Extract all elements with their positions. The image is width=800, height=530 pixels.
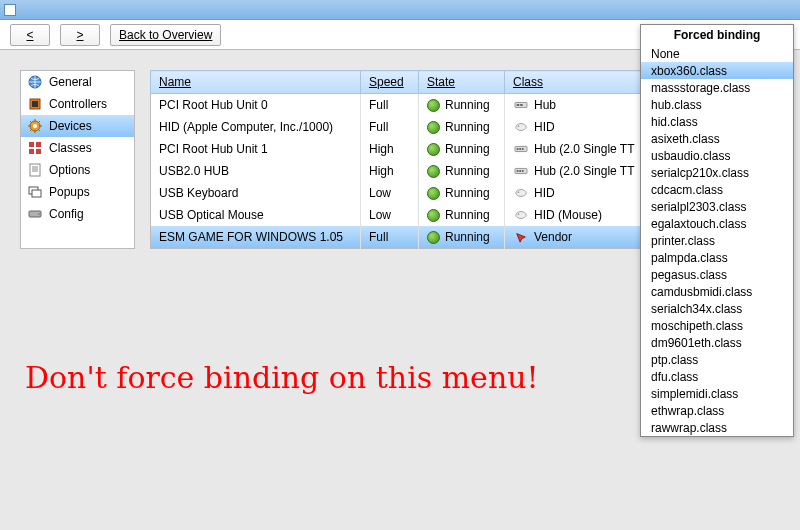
col-speed[interactable]: Speed [361,71,419,94]
popup-item[interactable]: serialcp210x.class [641,164,793,181]
svg-rect-2 [32,101,38,107]
status-dot-icon [427,99,440,112]
svg-rect-11 [32,190,41,197]
sidebar-item-popups[interactable]: Popups [21,181,134,203]
overview-link[interactable]: Back to Overview [110,24,221,46]
popup-item[interactable]: pegasus.class [641,266,793,283]
popup-item[interactable]: rawwrap.class [641,419,793,436]
popup-item[interactable]: egalaxtouch.class [641,215,793,232]
grid-icon [27,140,43,156]
svg-point-29 [516,212,526,219]
svg-rect-6 [36,142,41,147]
popup-item[interactable]: hid.class [641,113,793,130]
popup-item[interactable]: serialch34x.class [641,300,793,317]
popup-item[interactable]: None [641,45,793,62]
vendor-icon [513,231,529,243]
popup-item[interactable]: xbox360.class [641,62,793,79]
popup-item[interactable]: printer.class [641,232,793,249]
col-name[interactable]: Name [151,71,361,94]
sidebar-item-controllers[interactable]: Controllers [21,93,134,115]
status-dot-icon [427,209,440,222]
hub2-icon [513,165,529,177]
svg-rect-26 [522,170,524,172]
popup-item[interactable]: ptp.class [641,351,793,368]
popup-item[interactable]: ethwrap.class [641,402,793,419]
svg-rect-9 [30,164,40,176]
hub-icon [513,99,529,111]
col-state[interactable]: State [419,71,505,94]
popup-title: Forced binding [641,25,793,45]
cell-speed: Full [361,94,419,117]
svg-rect-7 [29,149,34,154]
cell-speed: High [361,160,419,182]
sidebar-item-devices[interactable]: Devices [21,115,134,137]
doc-icon [27,162,43,178]
cell-name: USB2.0 HUB [151,160,361,182]
cell-name: PCI Root Hub Unit 0 [151,94,361,117]
popup-item[interactable]: dm9601eth.class [641,334,793,351]
back-button[interactable]: < [10,24,50,46]
popup-item[interactable]: palmpda.class [641,249,793,266]
sidebar-item-label: Options [49,163,90,177]
svg-rect-20 [517,148,519,150]
warning-text: Don't force binding on this menu! [25,360,539,395]
svg-point-27 [516,190,526,197]
hub2-icon [513,143,529,155]
sidebar-item-label: General [49,75,92,89]
svg-point-30 [518,213,520,215]
popup-item[interactable]: camdusbmidi.class [641,283,793,300]
drive-icon [27,206,43,222]
popup-item[interactable]: dfu.class [641,368,793,385]
cell-state: Running [419,160,505,182]
status-dot-icon [427,165,440,178]
popup-item[interactable]: moschipeth.class [641,317,793,334]
sidebar: GeneralControllersDevicesClassesOptionsP… [20,70,135,249]
sidebar-item-general[interactable]: General [21,71,134,93]
cell-speed: Low [361,182,419,204]
cell-name: ESM GAME FOR WINDOWS 1.05 [151,226,361,249]
svg-rect-5 [29,142,34,147]
popup-item[interactable]: asixeth.class [641,130,793,147]
cell-speed: High [361,138,419,160]
sidebar-item-config[interactable]: Config [21,203,134,225]
cell-state: Running [419,204,505,226]
svg-rect-21 [519,148,521,150]
cell-state: Running [419,182,505,204]
cell-name: USB Keyboard [151,182,361,204]
forward-button[interactable]: > [60,24,100,46]
hid-icon [513,187,529,199]
cell-speed: Full [361,226,419,249]
cell-name: USB Optical Mouse [151,204,361,226]
globe-icon [27,74,43,90]
forced-binding-menu: Forced binding Nonexbox360.classmassstor… [640,24,794,437]
hid-icon [513,121,529,133]
sidebar-item-label: Classes [49,141,92,155]
sidebar-item-label: Devices [49,119,92,133]
sidebar-item-classes[interactable]: Classes [21,137,134,159]
cell-name: PCI Root Hub Unit 1 [151,138,361,160]
popup-item[interactable]: usbaudio.class [641,147,793,164]
cell-state: Running [419,94,505,117]
sidebar-item-options[interactable]: Options [21,159,134,181]
sidebar-item-label: Controllers [49,97,107,111]
popup-item[interactable]: serialpl2303.class [641,198,793,215]
status-dot-icon [427,143,440,156]
status-dot-icon [427,121,440,134]
svg-rect-25 [519,170,521,172]
gear-icon [27,118,43,134]
cell-state: Running [419,116,505,138]
svg-rect-8 [36,149,41,154]
svg-rect-15 [517,104,520,106]
popup-item[interactable]: simplemidi.class [641,385,793,402]
popup-icon [27,184,43,200]
status-dot-icon [427,231,440,244]
cell-state: Running [419,226,505,249]
svg-point-18 [518,125,520,127]
svg-point-28 [518,191,520,193]
popup-item[interactable]: hub.class [641,96,793,113]
svg-point-17 [516,124,526,131]
sidebar-item-label: Popups [49,185,90,199]
popup-item[interactable]: massstorage.class [641,79,793,96]
svg-point-13 [38,213,40,215]
popup-item[interactable]: cdcacm.class [641,181,793,198]
